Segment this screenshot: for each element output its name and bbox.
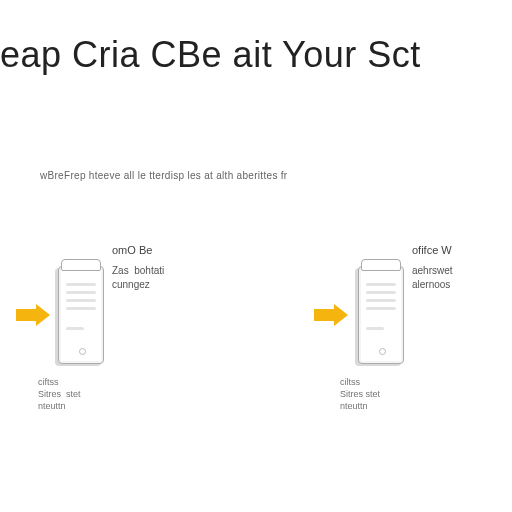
- page-subtitle: wBreFrep hteeve all le tterdisp les at a…: [40, 170, 287, 181]
- arrow-right-icon: [314, 304, 350, 326]
- diagram-block-right: ofifce W aehrswet alernoos ciltss Sitres…: [300, 260, 510, 420]
- block-caption-top: omO Be: [112, 244, 152, 256]
- block-caption-top: ofifce W: [412, 244, 452, 256]
- device-icon: [58, 260, 104, 370]
- page-title: eap Cria CBe ait Your Sct: [0, 34, 421, 76]
- block-caption-lines: Zas bohtati cunngez: [112, 264, 164, 292]
- block-footer: ciltss Sitres stet nteuttn: [340, 376, 380, 412]
- arrow-right-icon: [16, 304, 52, 326]
- diagram-row: omO Be Zas bohtati cunngez ciftss Sitres…: [0, 260, 512, 440]
- block-footer: ciftss Sitres stet nteuttn: [38, 376, 81, 412]
- diagram-block-left: omO Be Zas bohtati cunngez ciftss Sitres…: [20, 260, 230, 420]
- device-icon: [358, 260, 404, 370]
- block-caption-lines: aehrswet alernoos: [412, 264, 453, 292]
